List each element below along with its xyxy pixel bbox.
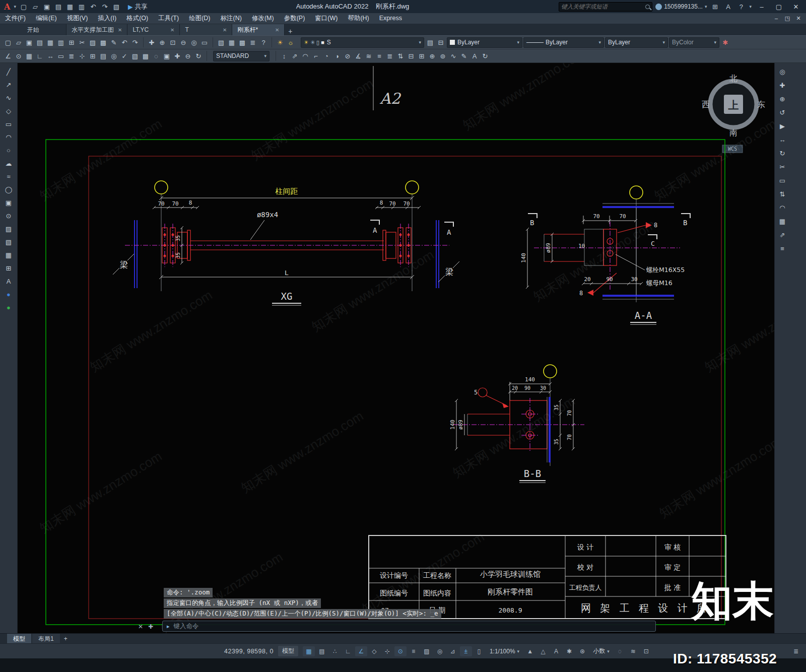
lineweight-select[interactable]: ByLayer ▾ bbox=[605, 37, 668, 48]
snap-icon[interactable]: ▤ bbox=[316, 646, 328, 656]
tab-close-icon[interactable]: ✕ bbox=[170, 27, 174, 33]
infer-constraints-icon[interactable]: ∴ bbox=[329, 646, 341, 656]
menu-item[interactable]: 绘图(D) bbox=[184, 13, 215, 24]
tolerance-icon[interactable]: ⊞ bbox=[417, 51, 427, 61]
menu-item[interactable]: 文件(F) bbox=[0, 13, 31, 24]
continue-dim-icon[interactable]: ≣ bbox=[385, 51, 395, 61]
share-button[interactable]: ▶ 共享 bbox=[128, 3, 148, 11]
open-file-icon[interactable]: ▱ bbox=[14, 37, 24, 47]
layer-select[interactable]: ☀✳▯■ S ▾ bbox=[301, 37, 424, 48]
save-as-icon[interactable]: ▤ bbox=[35, 37, 45, 47]
help-button[interactable]: ? bbox=[736, 2, 746, 12]
publish-icon[interactable]: ⊞ bbox=[66, 37, 77, 47]
motion-icon[interactable]: ▶ bbox=[776, 120, 788, 131]
undo-icon[interactable]: ↶ bbox=[119, 37, 129, 47]
revcloud-tool-icon[interactable]: ☁ bbox=[3, 158, 15, 169]
rectangle-tool-icon[interactable]: ▭ bbox=[3, 118, 15, 129]
menu-item[interactable]: 插入(I) bbox=[93, 13, 121, 24]
doc-close-button[interactable]: ✕ bbox=[793, 15, 804, 22]
ortho-icon[interactable]: ∟ bbox=[342, 646, 354, 656]
customize-icon[interactable]: ≣ bbox=[790, 646, 802, 656]
autodesk-a-icon[interactable]: A bbox=[723, 2, 733, 12]
tab-close-icon[interactable]: ✕ bbox=[118, 27, 122, 33]
clean-screen-icon[interactable]: ⊡ bbox=[640, 646, 652, 656]
measure-icon[interactable]: ≡ bbox=[776, 243, 788, 254]
zoom-out-icon[interactable]: ⊖ bbox=[183, 51, 193, 61]
ortho-mode-icon[interactable]: ∟ bbox=[35, 51, 45, 61]
pan-icon[interactable]: ✚ bbox=[147, 37, 157, 47]
tab-close-icon[interactable]: ✕ bbox=[275, 27, 279, 33]
zoom-extents-icon[interactable]: ⊕ bbox=[776, 93, 788, 104]
fillet-icon[interactable]: ◠ bbox=[776, 202, 788, 213]
dim-aligned-icon[interactable]: ⇗ bbox=[290, 51, 300, 61]
dim-space-icon[interactable]: ⇅ bbox=[395, 51, 406, 61]
menu-item[interactable]: Express bbox=[374, 13, 407, 24]
menu-item[interactable]: 帮助(H) bbox=[343, 13, 374, 24]
center-mark-icon[interactable]: ⊕ bbox=[427, 51, 437, 61]
menu-item[interactable]: 编辑(E) bbox=[31, 13, 62, 24]
zoom-realtime-icon[interactable]: ⊕ bbox=[157, 37, 167, 47]
annotation-scale-select[interactable]: 1:1/100% ▾ bbox=[487, 647, 522, 656]
grid-icon[interactable]: ▦ bbox=[303, 646, 315, 656]
help-icon[interactable]: ? bbox=[258, 37, 268, 47]
redo-icon[interactable]: ↷ bbox=[100, 2, 110, 12]
dist-icon[interactable]: ↔ bbox=[45, 51, 55, 61]
rotate-icon[interactable]: ↻ bbox=[776, 148, 788, 159]
app-menu-caret-icon[interactable]: ▾ bbox=[14, 4, 16, 9]
polyline-tool-icon[interactable]: ∿ bbox=[3, 92, 15, 103]
grid-display-icon[interactable]: ▦ bbox=[24, 51, 34, 61]
move-icon[interactable]: ↔ bbox=[776, 134, 788, 145]
account-button[interactable]: 1505999135... ▾ bbox=[655, 3, 707, 10]
doc-restore-button[interactable]: ◳ bbox=[782, 15, 793, 22]
xline-tool-icon[interactable]: ↗ bbox=[3, 79, 15, 90]
polar-tracking-icon[interactable]: ∠ bbox=[3, 51, 13, 61]
point-tool-icon[interactable]: ⊙ bbox=[3, 210, 15, 221]
array-icon[interactable]: ▦ bbox=[776, 216, 788, 227]
new-tab-button[interactable]: + bbox=[285, 27, 296, 35]
linetype-select[interactable]: ——— ByLayer ▾ bbox=[523, 37, 604, 48]
new-file-icon[interactable]: ▢ bbox=[19, 2, 29, 12]
dim-arc-icon[interactable]: ◠ bbox=[300, 51, 310, 61]
isodraft-icon[interactable]: ◇ bbox=[368, 646, 380, 656]
pan-2d-icon[interactable]: ✚ bbox=[172, 51, 182, 61]
app-store-icon[interactable]: ⊞ bbox=[710, 2, 720, 12]
command-input[interactable]: ▸ 键入命令 bbox=[162, 621, 656, 632]
hatch-tool-icon[interactable]: ▨ bbox=[3, 223, 15, 234]
tab-horizontal-bracing[interactable]: 水平支撑加工图✕ bbox=[66, 24, 127, 35]
menu-item[interactable]: 标注(N) bbox=[216, 13, 247, 24]
text-style-select[interactable]: STANDARD ▾ bbox=[213, 51, 270, 61]
quick-calc-icon[interactable]: ⊞ bbox=[88, 51, 98, 61]
hardware-accel-icon[interactable]: ≋ bbox=[627, 646, 639, 656]
tool-palettes-icon[interactable]: ▩ bbox=[237, 37, 247, 47]
object-snap-icon[interactable]: ⊙ bbox=[14, 51, 24, 61]
text-tool-icon[interactable]: A bbox=[3, 276, 15, 287]
menu-item[interactable]: 工具(T) bbox=[153, 13, 184, 24]
annotation-visibility-icon[interactable]: ▲ bbox=[524, 646, 536, 656]
save-icon[interactable]: ▣ bbox=[24, 37, 34, 47]
pan-hand-icon[interactable]: ✚ bbox=[776, 80, 788, 91]
tab-rigid-tie-rod[interactable]: 刚系杆*✕ bbox=[232, 24, 285, 35]
circle-tool-icon[interactable]: ○ bbox=[3, 145, 15, 156]
orbit-icon[interactable]: ↺ bbox=[776, 107, 788, 118]
search-input[interactable] bbox=[561, 4, 644, 10]
nav-wheel-icon[interactable]: ◎ bbox=[776, 66, 788, 77]
match-properties-icon[interactable]: ✎ bbox=[109, 37, 119, 47]
field-icon[interactable]: ▤ bbox=[98, 51, 108, 61]
menu-item[interactable]: 参数(P) bbox=[279, 13, 310, 24]
search-icon[interactable] bbox=[645, 5, 650, 9]
annotation-scale-icon[interactable]: A bbox=[550, 646, 562, 656]
command-customize-icon[interactable]: ✚ bbox=[148, 623, 153, 630]
dynamic-ucs-icon[interactable]: ⊿ bbox=[447, 646, 459, 656]
dim-ordinate-icon[interactable]: ⌐ bbox=[311, 51, 321, 61]
menu-item[interactable]: 格式(O) bbox=[121, 13, 153, 24]
undo-icon[interactable]: ↶ bbox=[88, 2, 98, 12]
erase-icon[interactable]: ▭ bbox=[776, 175, 788, 186]
new-file-icon[interactable]: ▢ bbox=[3, 37, 13, 47]
model-space-button[interactable]: 模型 bbox=[278, 646, 298, 656]
inspect-icon[interactable]: ⊚ bbox=[438, 51, 448, 61]
group-icon[interactable]: ▣ bbox=[162, 51, 172, 61]
dim-jogged-icon[interactable]: ◑ bbox=[332, 51, 342, 61]
region-tool-icon[interactable]: ▦ bbox=[3, 249, 15, 260]
scale-icon[interactable]: ⇗ bbox=[776, 229, 788, 240]
open-file-icon[interactable]: ▱ bbox=[30, 2, 40, 12]
